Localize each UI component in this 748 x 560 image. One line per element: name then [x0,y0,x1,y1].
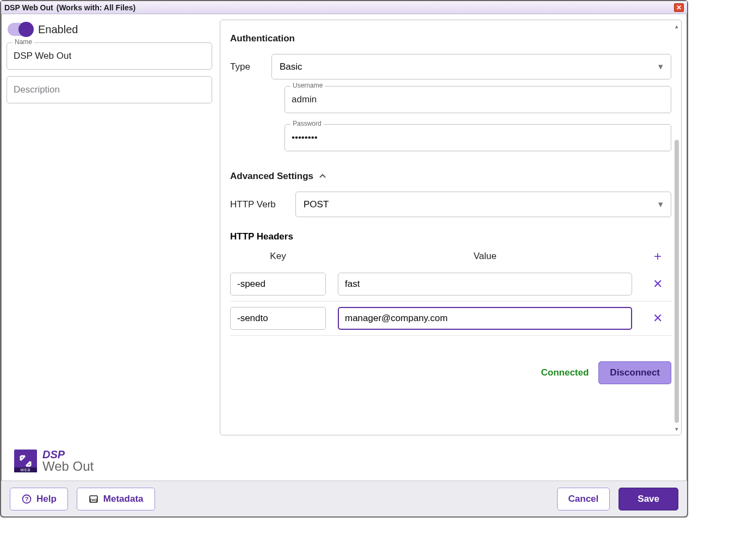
brand-logo-text: WEB [14,467,37,472]
header-value-input[interactable] [338,273,632,296]
enabled-label: Enabled [38,23,78,36]
scroll-up-icon: ▴ [674,23,679,29]
close-button[interactable]: ✕ [674,3,684,12]
chevron-up-icon [318,171,327,181]
password-input[interactable] [292,132,664,143]
delete-header-button[interactable]: ✕ [644,311,671,325]
brand: WEB DSP Web Out [14,449,94,473]
svg-text:?: ? [25,496,29,502]
disconnect-button[interactable]: Disconnect [598,361,671,384]
auth-type-label: Type [230,61,261,72]
save-button-label: Save [638,494,659,504]
main-panel: Authentication Type Basic ▾ Username Pas… [220,20,682,435]
http-verb-select[interactable]: POST ▾ [295,192,671,217]
metadata-button[interactable]: {m} Metadata [77,488,155,510]
header-value-input[interactable] [338,307,632,330]
advanced-settings-toggle[interactable]: Advanced Settings [230,171,671,182]
help-button[interactable]: ? Help [10,488,68,510]
scroll-thumb[interactable] [675,140,679,423]
plus-icon: + [654,249,662,263]
chevron-down-icon: ▾ [658,199,663,210]
header-key-input[interactable] [230,273,326,296]
headers-key-column: Key [230,251,326,262]
cancel-button[interactable]: Cancel [557,488,610,510]
password-label: Password [290,120,324,127]
close-icon: ✕ [653,311,663,325]
http-verb-value: POST [304,199,329,210]
left-column: Enabled Name [7,20,212,481]
cancel-button-label: Cancel [568,494,599,504]
metadata-icon: {m} [88,494,99,504]
header-row: ✕ [230,267,671,301]
help-button-label: Help [36,494,57,504]
svg-text:{m}: {m} [90,497,97,502]
window-subtitle: (Works with: All Files) [57,3,135,12]
enabled-toggle[interactable] [8,23,33,36]
help-icon: ? [21,494,32,504]
authentication-section-title: Authentication [230,33,671,44]
bottom-bar: ? Help {m} Metadata Cancel Save [1,481,687,516]
username-label: Username [290,82,325,89]
metadata-button-label: Metadata [103,494,144,504]
name-field[interactable]: Name [7,42,212,70]
header-row-empty [230,335,671,337]
titlebar: DSP Web Out (Works with: All Files) ✕ [1,1,687,14]
add-header-button[interactable]: + [644,249,671,264]
auth-type-select[interactable]: Basic ▾ [271,54,671,79]
scroll-down-icon: ▾ [674,426,679,432]
brand-line2: Web Out [42,460,94,473]
disconnect-button-label: Disconnect [610,367,660,378]
auth-type-value: Basic [280,61,302,72]
brand-line1: DSP [42,449,94,460]
delete-header-button[interactable]: ✕ [644,277,671,291]
description-field[interactable] [7,76,212,103]
name-input[interactable] [14,51,205,61]
http-headers-table: Key Value + ✕ [230,245,671,337]
username-input[interactable] [292,94,664,105]
name-label: Name [13,38,34,46]
connection-status: Connected [541,367,589,378]
header-row: ✕ [230,301,671,335]
close-icon: ✕ [676,4,682,11]
window-title: DSP Web Out [4,3,53,12]
dialog-window: DSP Web Out (Works with: All Files) ✕ En… [0,0,688,518]
brand-logo-icon: WEB [14,450,37,472]
save-button[interactable]: Save [619,488,678,510]
description-input[interactable] [14,84,205,95]
scrollbar[interactable]: ▴ ▾ [674,23,679,432]
headers-value-column: Value [326,251,644,262]
header-key-input[interactable] [230,307,326,330]
username-field[interactable]: Username [285,86,671,113]
advanced-settings-title: Advanced Settings [230,171,313,182]
close-icon: ✕ [653,277,663,291]
http-headers-title: HTTP Headers [230,231,671,242]
chevron-down-icon: ▾ [658,61,663,72]
http-verb-label: HTTP Verb [230,199,285,210]
password-field[interactable]: Password [285,124,671,151]
